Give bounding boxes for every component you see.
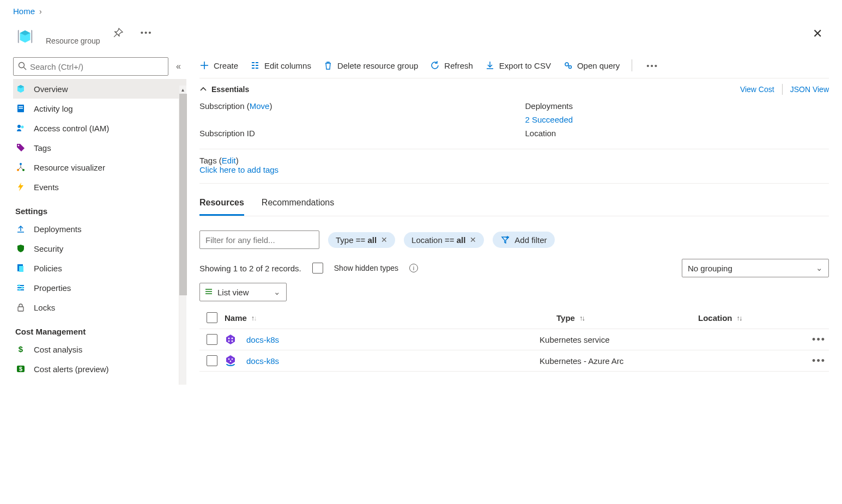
pin-button[interactable] xyxy=(109,25,128,42)
col-type-header[interactable]: Type ↑↓ xyxy=(556,313,698,323)
svg-point-41 xyxy=(228,338,230,339)
nav-label: Resource visualizer xyxy=(34,163,105,172)
export-csv-button[interactable]: Export to CSV xyxy=(485,60,551,70)
cube-icon xyxy=(15,84,26,94)
header-more-button[interactable]: ••• xyxy=(136,25,157,40)
view-cost-link[interactable]: View Cost xyxy=(740,85,774,94)
move-link[interactable]: Move xyxy=(250,101,270,111)
nav-label: Properties xyxy=(34,283,71,293)
svg-point-5 xyxy=(17,125,21,128)
nav-events[interactable]: Events xyxy=(13,177,186,197)
select-all-checkbox[interactable] xyxy=(207,312,217,323)
json-view-link[interactable]: JSON View xyxy=(790,85,829,94)
row-more-button[interactable]: ••• xyxy=(812,355,829,367)
tab-resources[interactable]: Resources xyxy=(199,198,244,216)
query-icon xyxy=(563,60,573,70)
pill-text: Location == all xyxy=(411,235,465,245)
label-text: Subscription xyxy=(199,101,245,111)
nav-security[interactable]: Security xyxy=(13,239,186,258)
deployments-value[interactable]: 2 Succeeded xyxy=(525,115,829,124)
sidebar-search-input[interactable] xyxy=(30,62,163,71)
lightning-icon xyxy=(15,182,26,192)
add-filter-label: Add filter xyxy=(514,235,547,245)
open-query-button[interactable]: Open query xyxy=(563,60,620,70)
tool-label: Create xyxy=(214,61,238,70)
nav-overview[interactable]: Overview xyxy=(13,79,186,99)
chevron-up-icon[interactable] xyxy=(199,85,207,94)
remove-filter-icon[interactable]: ✕ xyxy=(470,235,476,244)
nav-properties[interactable]: Properties xyxy=(13,278,186,297)
create-button[interactable]: Create xyxy=(199,60,238,70)
resource-name-link[interactable]: docs-k8s xyxy=(246,335,279,344)
table-header: Name ↑↓ Type ↑↓ Location ↑↓ xyxy=(199,307,829,329)
view-mode-select[interactable]: List view ⌄ xyxy=(199,283,287,301)
trash-icon xyxy=(323,60,333,70)
show-hidden-checkbox[interactable] xyxy=(312,263,323,274)
resource-name-link[interactable]: docs-k8s xyxy=(246,356,279,366)
essentials-grid: Subscription (Move) Deployments 2 Succee… xyxy=(199,100,829,149)
close-button[interactable]: ✕ xyxy=(806,25,829,43)
filter-type-pill[interactable]: Type == all ✕ xyxy=(328,232,395,248)
collapse-sidebar-button[interactable]: « xyxy=(174,59,183,74)
dollar-icon: $ xyxy=(15,344,26,354)
add-filter-pill[interactable]: Add filter xyxy=(493,232,554,248)
nav-label: Access control (IAM) xyxy=(34,124,109,133)
resource-group-icon xyxy=(13,25,37,48)
nav-locks[interactable]: Locks xyxy=(13,297,186,317)
sidebar-scrollbar[interactable]: ▴ xyxy=(179,86,186,385)
diagram-icon xyxy=(15,162,26,172)
sidebar-search[interactable] xyxy=(13,57,168,76)
policy-icon xyxy=(15,263,26,273)
col-location-header[interactable]: Location ↑↓ xyxy=(698,313,829,323)
nav-label: Deployments xyxy=(34,224,82,234)
row-checkbox[interactable] xyxy=(207,355,217,366)
nav-policies[interactable]: Policies xyxy=(13,258,186,278)
remove-filter-icon[interactable]: ✕ xyxy=(381,235,387,244)
filter-row: Type == all ✕ Location == all ✕ Add filt… xyxy=(199,216,829,257)
chevron-right-icon: › xyxy=(39,7,42,16)
nav-activity-log[interactable]: Activity log xyxy=(13,99,186,118)
edit-columns-button[interactable]: Edit columns xyxy=(250,60,311,70)
row-checkbox[interactable] xyxy=(207,334,217,345)
delete-button[interactable]: Delete resource group xyxy=(323,60,418,70)
nav-cost-analysis[interactable]: $ Cost analysis xyxy=(13,339,186,359)
table-row: docs-k8s Kubernetes service ••• xyxy=(199,329,829,350)
tab-recommendations[interactable]: Recommendations xyxy=(262,198,334,216)
info-icon[interactable]: i xyxy=(409,264,418,272)
chevron-down-icon: ⌄ xyxy=(274,287,281,297)
svg-point-8 xyxy=(20,163,22,165)
subscription-value xyxy=(199,115,504,124)
sidebar-nav: Overview Activity log Access control (IA… xyxy=(13,79,186,379)
add-tags-link[interactable]: Click here to add tags xyxy=(199,165,278,174)
edit-tags-link[interactable]: Edit xyxy=(222,156,236,165)
chevron-double-left-icon: « xyxy=(176,62,181,71)
refresh-button[interactable]: Refresh xyxy=(430,60,473,70)
records-row: Showing 1 to 2 of 2 records. Show hidden… xyxy=(199,257,829,283)
nav-label: Security xyxy=(34,244,63,253)
scroll-thumb[interactable] xyxy=(179,94,187,295)
sort-icon: ↑↓ xyxy=(251,314,256,322)
nav-deployments[interactable]: Deployments xyxy=(13,219,186,239)
breadcrumb-home[interactable]: Home xyxy=(13,7,35,16)
nav-tags[interactable]: Tags xyxy=(13,138,186,157)
toolbar-more-button[interactable]: ••• xyxy=(646,61,658,70)
col-name-header[interactable]: Name ↑↓ xyxy=(225,313,556,323)
pin-icon xyxy=(113,28,123,39)
toolbar-divider xyxy=(632,59,632,71)
nav-cost-alerts[interactable]: $ Cost alerts (preview) xyxy=(13,359,186,379)
row-more-button[interactable]: ••• xyxy=(812,334,829,345)
properties-icon xyxy=(15,283,26,293)
grouping-select[interactable]: No grouping ⌄ xyxy=(682,259,829,277)
svg-point-19 xyxy=(19,289,21,291)
tool-label: Delete resource group xyxy=(337,61,418,70)
nav-resource-visualizer[interactable]: Resource visualizer xyxy=(13,157,186,177)
nav-access-control[interactable]: Access control (IAM) xyxy=(13,118,186,138)
sort-icon: ↑↓ xyxy=(737,314,742,322)
col-label: Location xyxy=(698,313,732,323)
svg-line-1 xyxy=(24,67,27,70)
svg-text:$: $ xyxy=(19,366,22,372)
deployments-label: Deployments xyxy=(525,100,829,112)
filter-input[interactable] xyxy=(199,230,319,249)
filter-location-pill[interactable]: Location == all ✕ xyxy=(404,232,484,248)
kubernetes-service-icon xyxy=(225,333,237,345)
